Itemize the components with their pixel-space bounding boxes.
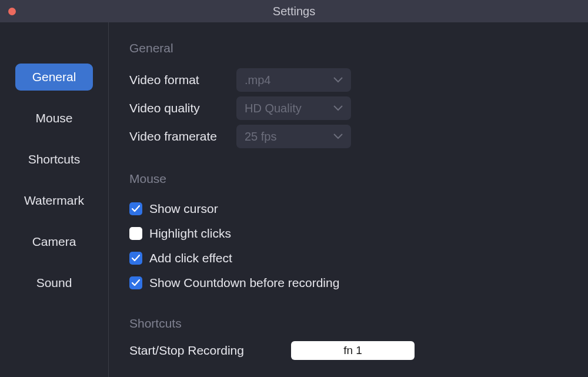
row-video-framerate: Video framerate 25 fps xyxy=(129,122,588,151)
checkbox-show-cursor[interactable]: Show cursor xyxy=(129,196,588,221)
chevron-down-icon xyxy=(333,105,343,111)
main-panel: General Video format .mp4 Video quality … xyxy=(109,22,588,377)
chevron-down-icon xyxy=(333,134,343,139)
content: General Mouse Shortcuts Watermark Camera… xyxy=(0,22,588,377)
sidebar-item-camera[interactable]: Camera xyxy=(15,228,93,255)
checkbox-label: Highlight clicks xyxy=(149,226,231,241)
select-video-framerate[interactable]: 25 fps xyxy=(236,125,351,148)
sidebar-item-mouse[interactable]: Mouse xyxy=(15,105,93,132)
sidebar-item-general[interactable]: General xyxy=(15,64,93,91)
row-start-stop-recording: Start/Stop Recording fn 1 xyxy=(129,341,588,360)
checkbox-icon xyxy=(129,227,142,240)
checkbox-label: Show Countdown before recording xyxy=(149,276,339,290)
row-video-format: Video format .mp4 xyxy=(129,66,588,94)
window-title: Settings xyxy=(273,5,315,18)
section-heading-shortcuts: Shortcuts xyxy=(129,316,588,331)
sidebar-item-sound[interactable]: Sound xyxy=(15,269,93,296)
checkbox-label: Add click effect xyxy=(149,251,232,265)
checkbox-add-click-effect[interactable]: Add click effect xyxy=(129,246,588,271)
label-video-format: Video format xyxy=(129,73,236,87)
sidebar-item-label: Shortcuts xyxy=(28,152,81,166)
label-video-framerate: Video framerate xyxy=(129,129,236,144)
sidebar-item-shortcuts[interactable]: Shortcuts xyxy=(15,146,93,173)
sidebar-item-label: Camera xyxy=(32,235,76,249)
shortcut-value: fn 1 xyxy=(343,344,362,357)
sidebar-item-watermark[interactable]: Watermark xyxy=(15,187,93,214)
checkbox-highlight-clicks[interactable]: Highlight clicks xyxy=(129,221,588,246)
select-value: 25 fps xyxy=(245,130,276,144)
label-video-quality: Video quality xyxy=(129,101,236,115)
section-heading-general: General xyxy=(129,41,588,55)
select-video-quality[interactable]: HD Quality xyxy=(236,96,351,120)
row-video-quality: Video quality HD Quality xyxy=(129,94,588,122)
checkbox-label: Show cursor xyxy=(149,202,218,216)
checkbox-icon xyxy=(129,252,142,265)
checkbox-show-countdown[interactable]: Show Countdown before recording xyxy=(129,271,588,295)
sidebar: General Mouse Shortcuts Watermark Camera… xyxy=(0,22,109,377)
select-value: HD Quality xyxy=(245,102,302,115)
section-heading-mouse: Mouse xyxy=(129,172,588,186)
checkbox-icon xyxy=(129,276,142,289)
sidebar-item-label: Sound xyxy=(36,276,72,290)
sidebar-item-label: Watermark xyxy=(24,193,84,208)
titlebar: Settings xyxy=(0,0,588,22)
chevron-down-icon xyxy=(333,77,343,83)
shortcut-input-start-stop[interactable]: fn 1 xyxy=(291,341,415,360)
label-start-stop: Start/Stop Recording xyxy=(129,343,291,358)
close-window-button[interactable] xyxy=(8,8,16,15)
checkbox-icon xyxy=(129,202,142,215)
sidebar-item-label: General xyxy=(32,70,76,84)
sidebar-item-label: Mouse xyxy=(35,111,72,125)
select-value: .mp4 xyxy=(245,74,270,87)
select-video-format[interactable]: .mp4 xyxy=(236,68,351,92)
